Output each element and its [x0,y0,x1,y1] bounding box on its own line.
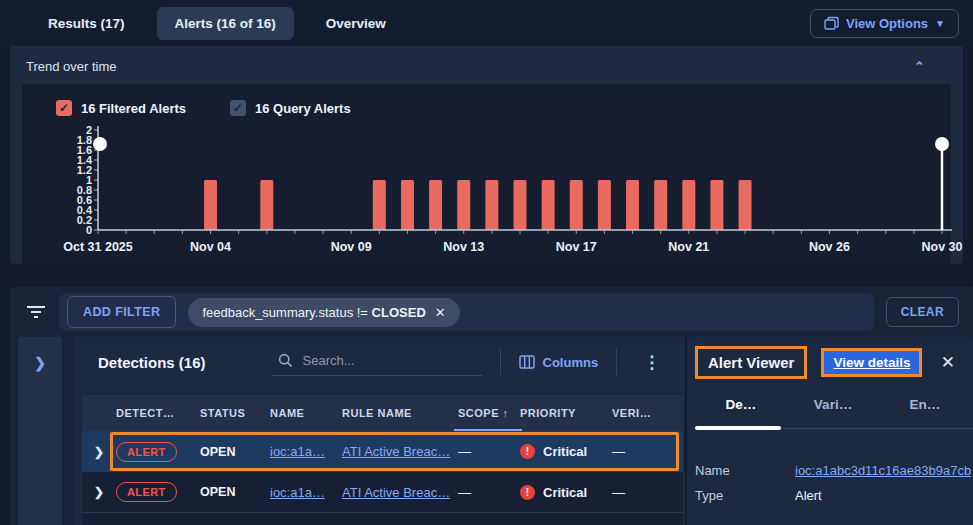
clear-filters-button[interactable]: CLEAR [886,297,959,327]
trend-chart-svg[interactable]: 00.20.40.60.811.21.41.61.82Oct 31 2025No… [22,120,971,262]
svg-text:Nov 17: Nov 17 [556,240,597,254]
filter-chip[interactable]: feedback_summary.status != CLOSED ✕ [188,298,459,327]
rule-name-link[interactable]: ATI Active Breac… [342,485,458,500]
search-icon [278,353,293,368]
critical-priority-icon: ! [520,485,535,500]
svg-text:Nov 13: Nov 13 [443,240,484,254]
alerts-main-panel: ADD FILTER feedback_summary.status != CL… [10,287,973,525]
filtered-alerts-checkbox[interactable]: ✓ [56,100,72,116]
alert-viewer-panel: Alert Viewer View details ✕ De… Vari… En… [685,337,973,525]
field-label: Name [695,463,795,478]
verdict-cell: — [612,444,652,459]
col-priority[interactable]: PRIORITY [520,407,612,419]
view-options-button[interactable]: View Options ▼ [810,9,959,38]
col-name[interactable]: NAME [270,407,342,419]
svg-text:Nov 26: Nov 26 [809,240,850,254]
view-details-annotation: View details [821,348,922,377]
alert-detail-fields: Name ioc:a1abc3d11c16ae83b9a7cb Type Ale… [695,463,973,503]
query-alerts-label: 16 Query Alerts [255,101,351,116]
field-label: Type [695,488,795,503]
status-cell: OPEN [200,445,270,459]
verdict-cell: — [612,485,652,500]
alert-viewer-tabs: De… Vari… En… [695,397,973,429]
col-verdict[interactable]: VERI… [612,407,652,419]
table-row[interactable]: ❯ ALERT OPEN ioc:a1a… ATI Active Breac… … [82,472,683,513]
filter-bar: ADD FILTER feedback_summary.status != CL… [10,287,973,337]
filter-strip: ADD FILTER feedback_summary.status != CL… [59,293,874,331]
col-scope[interactable]: SCOPE ↑ [458,407,520,419]
rule-name-link[interactable]: ATI Active Breac… [342,444,458,459]
filtered-alerts-label: 16 Filtered Alerts [81,101,186,116]
alert-type-badge: ALERT [116,482,177,502]
trend-title: Trend over time [26,59,117,74]
columns-icon [519,355,535,369]
view-options-label: View Options [846,16,928,31]
col-status[interactable]: STATUS [200,407,270,419]
legend-filtered-alerts[interactable]: ✓ 16 Filtered Alerts [56,100,186,116]
trend-chart-area: ✓ 16 Filtered Alerts ✓ 16 Query Alerts 0… [22,84,951,264]
alert-type-badge: ALERT [116,442,177,462]
col-rule-name[interactable]: RULE NAME [342,407,458,419]
alert-viewer-title: Alert Viewer [695,346,807,379]
search-box[interactable] [272,349,482,376]
view-options-icon [824,16,839,31]
divider [616,349,617,375]
detections-table: DETECT… STATUS NAME RULE NAME SCOPE ↑ PR… [82,395,683,525]
chart-legend: ✓ 16 Filtered Alerts ✓ 16 Query Alerts [22,96,951,120]
active-tab-indicator [695,426,781,430]
filter-chip-remove-icon[interactable]: ✕ [435,305,446,320]
add-filter-button[interactable]: ADD FILTER [67,296,176,328]
sort-arrow-icon: ↑ [503,407,509,419]
detections-header: Detections (16) Columns ⋮ [74,337,685,387]
tab-details[interactable]: De… [695,397,787,412]
more-options-icon[interactable]: ⋮ [635,352,668,373]
name-link[interactable]: ioc:a1a… [270,485,342,500]
table-header-row: DETECT… STATUS NAME RULE NAME SCOPE ↑ PR… [82,395,683,431]
critical-priority-icon: ! [520,444,535,459]
columns-button[interactable]: Columns [519,355,599,370]
filter-list-icon[interactable] [25,304,47,320]
svg-text:2: 2 [86,124,92,136]
search-input[interactable] [303,353,463,368]
tab-overview[interactable]: Overview [308,7,404,40]
expand-row-icon[interactable]: ❯ [82,485,116,499]
chevron-right-icon[interactable]: ❯ [34,355,46,525]
svg-text:Nov 09: Nov 09 [331,240,372,254]
top-tab-bar: Results (17) Alerts (16 of 16) Overview … [0,0,973,46]
query-alerts-checkbox[interactable]: ✓ [230,100,246,116]
detections-card: Detections (16) Columns ⋮ DETECT… [74,337,685,525]
filter-chip-expression: feedback_summary.status != CLOSED [202,305,425,320]
expand-row-icon[interactable]: ❯ [82,445,116,459]
expand-side-panel-strip[interactable]: ❯ [18,337,62,525]
trend-header: Trend over time ⌃ [10,46,963,84]
svg-text:Nov 21: Nov 21 [668,240,709,254]
close-icon[interactable]: ✕ [941,352,955,373]
divider [500,349,501,375]
legend-query-alerts[interactable]: ✓ 16 Query Alerts [230,100,351,116]
alert-name-link[interactable]: ioc:a1abc3d11c16ae83b9a7cb [795,463,971,478]
svg-text:Nov 04: Nov 04 [190,240,231,254]
priority-cell: ! Critical [520,485,612,500]
trend-over-time-panel: Trend over time ⌃ ✓ 16 Filtered Alerts ✓… [10,46,963,264]
tab-entities[interactable]: En… [879,397,971,412]
table-row[interactable]: ❯ ALERT OPEN ioc:a1a… ATI Active Breac… … [82,431,683,472]
col-detection-type[interactable]: DETECT… [116,407,200,419]
scope-cell: — [458,444,520,459]
status-cell: OPEN [200,485,270,499]
priority-cell: ! Critical [520,444,612,459]
content-row: ❯ Detections (16) Columns ⋮ [10,337,973,525]
tab-results[interactable]: Results (17) [30,7,143,40]
name-link[interactable]: ioc:a1a… [270,444,342,459]
svg-text:Oct 31 2025: Oct 31 2025 [63,240,133,254]
tab-variables[interactable]: Vari… [787,397,879,412]
columns-label: Columns [543,355,599,370]
field-name: Name ioc:a1abc3d11c16ae83b9a7cb [695,463,973,478]
view-details-link[interactable]: View details [824,351,919,374]
alert-type-value: Alert [795,488,822,503]
svg-text:Nov 30: Nov 30 [922,240,963,254]
collapse-section-icon[interactable]: ⌃ [914,59,925,74]
chevron-down-icon: ▼ [935,18,945,29]
tab-alerts[interactable]: Alerts (16 of 16) [157,7,294,40]
field-type: Type Alert [695,488,973,503]
alert-viewer-header: Alert Viewer View details ✕ [695,337,973,387]
